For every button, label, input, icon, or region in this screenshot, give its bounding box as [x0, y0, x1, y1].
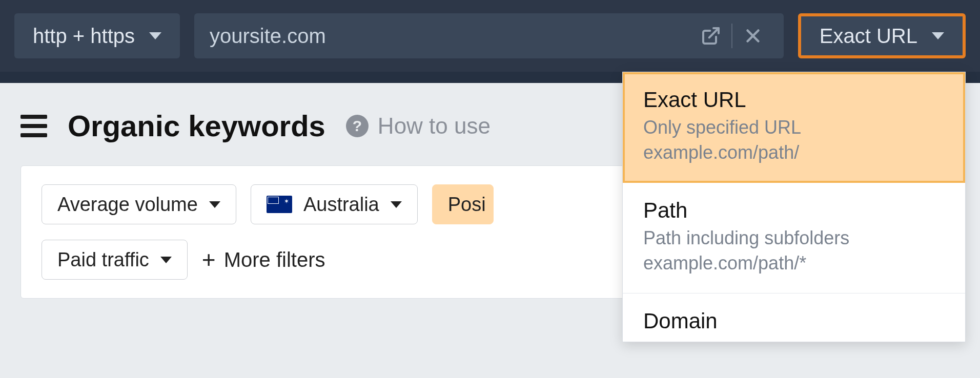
- chevron-down-icon: [391, 201, 402, 208]
- mode-option-title: Path: [643, 198, 945, 223]
- position-filter-label: Posi: [448, 194, 486, 216]
- mode-option-desc: Only specified URL example.com/path/: [643, 115, 945, 165]
- more-filters-button[interactable]: + More filters: [202, 248, 325, 271]
- position-filter[interactable]: Posi: [432, 184, 494, 224]
- paid-traffic-filter[interactable]: Paid traffic: [42, 240, 188, 280]
- url-input[interactable]: yoursite.com: [194, 13, 784, 58]
- protocol-label: http + https: [33, 25, 135, 48]
- search-mode-label: Exact URL: [820, 25, 917, 48]
- more-filters-label: More filters: [224, 248, 325, 271]
- volume-filter[interactable]: Average volume: [42, 184, 236, 224]
- how-to-use-link[interactable]: ? How to use: [346, 113, 491, 139]
- chevron-down-icon: [149, 32, 161, 39]
- how-to-use-label: How to use: [378, 113, 491, 139]
- topbar: http + https yoursite.com Exact URL: [0, 0, 980, 72]
- mode-option-exact-url[interactable]: Exact URL Only specified URL example.com…: [623, 72, 965, 183]
- flag-au-icon: [267, 196, 292, 213]
- mode-option-desc: Path including subfolders example.com/pa…: [643, 226, 945, 276]
- url-input-value: yoursite.com: [210, 25, 696, 48]
- mode-option-title: Domain: [643, 309, 945, 333]
- country-filter-label: Australia: [303, 194, 379, 216]
- mode-option-domain[interactable]: Domain: [623, 293, 965, 342]
- search-mode-dropdown: Exact URL Only specified URL example.com…: [622, 72, 966, 342]
- divider: [731, 24, 732, 48]
- search-mode-select[interactable]: Exact URL: [798, 13, 966, 58]
- chevron-down-icon: [160, 257, 172, 263]
- help-icon: ?: [346, 115, 369, 137]
- plus-icon: +: [202, 248, 216, 271]
- chevron-down-icon: [932, 32, 944, 39]
- protocol-select[interactable]: http + https: [14, 13, 180, 58]
- country-filter[interactable]: Australia: [251, 184, 418, 224]
- open-external-icon[interactable]: [696, 20, 726, 51]
- paid-traffic-filter-label: Paid traffic: [57, 249, 149, 271]
- volume-filter-label: Average volume: [57, 194, 198, 216]
- mode-option-path[interactable]: Path Path including subfolders example.c…: [623, 183, 965, 293]
- menu-icon[interactable]: [21, 115, 47, 137]
- svg-line-0: [709, 28, 718, 37]
- clear-input-icon[interactable]: [738, 20, 768, 51]
- page-title: Organic keywords: [68, 109, 325, 143]
- mode-option-title: Exact URL: [643, 88, 945, 112]
- chevron-down-icon: [209, 201, 220, 208]
